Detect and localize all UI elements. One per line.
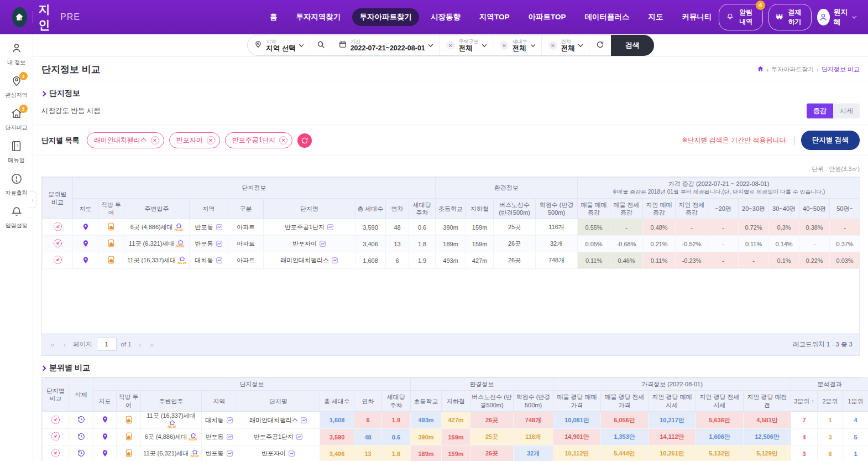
map-pin-icon[interactable] <box>101 449 109 458</box>
complex-name-link[interactable]: 반포자이 <box>262 449 295 458</box>
complex-name-link-cell[interactable]: 반포주공1단지 <box>264 219 355 236</box>
zigbang-tour-icon-cell[interactable] <box>117 412 141 429</box>
delete-restore-icon[interactable] <box>77 415 86 424</box>
region-link[interactable]: 반포동 <box>206 433 233 441</box>
remove-chip-icon[interactable]: ✕ <box>151 136 159 144</box>
remove-chip-icon[interactable]: ✕ <box>279 136 287 144</box>
region-link-cell[interactable]: 대치동 <box>190 252 228 269</box>
zigbang-tour-icon-cell[interactable] <box>117 446 141 461</box>
complex-name-link[interactable]: 반포자이 <box>292 240 326 248</box>
prev-page-button[interactable]: ‹ <box>61 340 69 349</box>
last-page-button[interactable]: » <box>148 340 156 349</box>
user-menu[interactable]: 원지혜 <box>817 7 856 27</box>
quantile-jump-icon-cell[interactable] <box>43 236 73 252</box>
complex-jump-icon[interactable] <box>51 415 60 424</box>
filter-reset-button[interactable] <box>589 35 611 55</box>
complex-jump-icon-cell[interactable] <box>43 446 69 461</box>
delete-restore-icon-cell[interactable] <box>69 429 93 446</box>
payment-button[interactable]: ₩ 결제하기 <box>768 4 812 30</box>
brand-logo[interactable]: 지인 PRE <box>12 2 80 33</box>
map-pin-icon-cell[interactable] <box>73 219 98 236</box>
complex-chip[interactable]: 반포주공1단지✕ <box>225 132 293 148</box>
menu-region-top[interactable]: 지역TOP <box>472 8 517 26</box>
sidebar-item-0[interactable]: 내 정보 <box>1 42 32 66</box>
sidebar-item-4[interactable]: 자료출처 <box>1 173 32 197</box>
quantile-jump-icon-cell[interactable] <box>43 219 73 236</box>
zigbang-tour-icon[interactable] <box>107 239 116 248</box>
delete-restore-icon[interactable] <box>77 449 86 458</box>
map-pin-icon[interactable] <box>82 222 90 231</box>
clear-filter-icon[interactable]: ✕ <box>446 41 455 50</box>
menu-invest-apart[interactable]: 투자아파트찾기 <box>352 8 419 26</box>
next-page-button[interactable]: › <box>136 340 144 349</box>
map-pin-icon-cell[interactable] <box>93 429 117 446</box>
page-input[interactable] <box>97 338 117 351</box>
zigbang-tour-icon-cell[interactable] <box>98 236 124 252</box>
zigbang-tour-icon[interactable] <box>124 448 133 458</box>
clear-filter-icon[interactable]: ✕ <box>500 41 509 50</box>
map-pin-icon[interactable] <box>101 432 109 441</box>
complex-chip[interactable]: 래미안대치팰리스✕ <box>87 132 164 148</box>
sidebar-collapse-handle[interactable]: ‹ <box>29 191 37 208</box>
menu-map[interactable]: 지도 <box>641 8 670 26</box>
region-link-cell[interactable]: 반포동 <box>202 429 237 446</box>
menu-apart-top[interactable]: 아파트TOP <box>521 8 573 26</box>
delete-restore-icon[interactable] <box>77 432 86 441</box>
map-pin-icon[interactable] <box>82 256 90 265</box>
quantile-jump-icon[interactable] <box>53 239 62 248</box>
notifications-button[interactable]: 알림내역 4 <box>719 4 763 30</box>
region-link-cell[interactable]: 반포동 <box>190 219 228 236</box>
complex-name-link-cell[interactable]: 래미안대치팰리스 <box>237 412 320 429</box>
period-filter[interactable]: 기간2022-07-21~2022-08-01 <box>332 35 439 55</box>
region-link[interactable]: 대치동 <box>195 256 223 265</box>
region-link-cell[interactable]: 대치동 <box>202 412 237 429</box>
map-pin-icon-cell[interactable] <box>93 412 117 429</box>
complex-name-link[interactable]: 래미안대치팰리스 <box>249 416 307 424</box>
house-type-filter[interactable]: ✕ 주택구분전체 <box>439 35 493 55</box>
map-pin-icon-cell[interactable] <box>73 236 98 252</box>
menu-data-plus[interactable]: 데이터플러스 <box>577 8 636 26</box>
map-pin-icon-cell[interactable] <box>93 446 117 461</box>
toggle-price[interactable]: 시세 <box>833 103 860 118</box>
menu-community[interactable]: 커뮤니티 <box>674 8 719 26</box>
region-link[interactable]: 대치동 <box>206 416 233 424</box>
complex-name-link-cell[interactable]: 반포자이 <box>237 446 320 461</box>
remove-chip-icon[interactable]: ✕ <box>207 136 215 144</box>
breadcrumb-parent[interactable]: 투자아파트찾기 <box>771 65 814 74</box>
region-link-cell[interactable]: 반포동 <box>202 446 237 461</box>
complex-jump-icon-cell[interactable] <box>43 429 69 446</box>
zigbang-tour-icon[interactable] <box>124 415 133 424</box>
sidebar-item-5[interactable]: 알림설정 <box>1 205 32 230</box>
quantile-jump-icon[interactable] <box>53 222 62 231</box>
region-link[interactable]: 반포동 <box>195 240 223 248</box>
zigbang-tour-icon[interactable] <box>124 432 133 441</box>
years-filter[interactable]: ✕ 연차전체 <box>541 35 589 55</box>
complex-name-search[interactable] <box>310 35 332 55</box>
sidebar-item-2[interactable]: 3단지비교 <box>1 107 32 132</box>
menu-market-trend[interactable]: 시장동향 <box>423 8 468 26</box>
zigbang-tour-icon[interactable] <box>107 255 116 265</box>
clear-filter-icon[interactable]: ✕ <box>548 41 557 50</box>
complex-search-button[interactable]: 단지별 검색 <box>801 131 860 150</box>
complex-jump-icon[interactable] <box>51 432 60 441</box>
zigbang-tour-icon[interactable] <box>107 222 116 231</box>
menu-invest-region[interactable]: 투자지역찾기 <box>289 8 348 26</box>
complex-name-link[interactable]: 반포주공1단지 <box>285 223 334 231</box>
complex-name-link-cell[interactable]: 반포주공1단지 <box>237 429 320 446</box>
quantile-jump-icon[interactable] <box>53 255 62 265</box>
delete-restore-icon-cell[interactable] <box>69 446 93 461</box>
complex-jump-icon[interactable] <box>51 448 60 458</box>
sidebar-item-1[interactable]: 3관심지역 <box>1 75 32 99</box>
households-filter[interactable]: ✕ 세대수전체 <box>493 35 541 55</box>
map-pin-icon[interactable] <box>101 415 109 424</box>
complex-name-link-cell[interactable]: 반포자이 <box>264 236 355 252</box>
quantile-jump-icon-cell[interactable] <box>43 252 73 269</box>
menu-home[interactable]: 홈 <box>263 8 285 26</box>
zigbang-tour-icon-cell[interactable] <box>98 252 124 269</box>
sidebar-item-3[interactable]: ?매뉴얼 <box>1 140 32 164</box>
first-page-button[interactable]: « <box>49 340 56 349</box>
map-pin-icon-cell[interactable] <box>73 252 98 269</box>
region-link-cell[interactable]: 반포동 <box>190 236 228 252</box>
zigbang-tour-icon-cell[interactable] <box>98 219 124 236</box>
home-icon[interactable] <box>757 65 764 74</box>
